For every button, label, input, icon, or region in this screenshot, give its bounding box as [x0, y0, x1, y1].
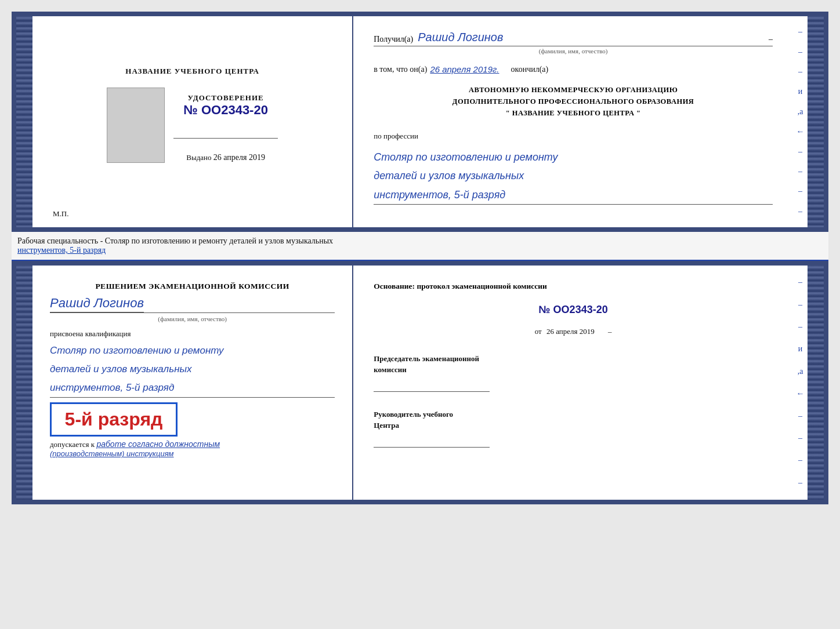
fio-hint-bottom: (фамилия, имя, отчество) — [50, 315, 335, 322]
basis-title: Основание: протокол экаменационной комис… — [374, 280, 773, 293]
top-center-title: НАЗВАНИЕ УЧЕБНОГО ЦЕНТРА — [125, 67, 259, 76]
top-left-panel: НАЗВАНИЕ УЧЕБНОГО ЦЕНТРА УДОСТОВЕРЕНИЕ №… — [32, 16, 353, 227]
allowed-label: допускается к — [50, 440, 95, 449]
bottom-right-decorations: – – – и ,а ← – – – – — [793, 266, 808, 500]
director-block: Руководитель учебного Центра — [374, 409, 773, 448]
specialty-text: Рабочая специальность - Столяр по изгото… — [12, 232, 828, 261]
qual-line1: Столяр по изготовлению и ремонту — [50, 341, 335, 360]
allowed-text: работе согласно должностным — [96, 439, 220, 449]
specialty-main: Рабочая специальность - Столяр по изгото… — [17, 237, 333, 245]
rank-badge: 5-й разряд — [50, 402, 178, 437]
handwritten-date: 26 апреля 2019г. — [430, 64, 499, 74]
issued-date: 26 апреля 2019 — [213, 153, 265, 162]
fio-hint-top: (фамилия, имя, отчество) — [374, 48, 773, 54]
photo-placeholder — [107, 88, 165, 163]
director-signature-line — [374, 436, 490, 448]
page-wrapper: НАЗВАНИЕ УЧЕБНОГО ЦЕНТРА УДОСТОВЕРЕНИЕ №… — [12, 12, 828, 504]
bottom-left-panel: Решением экаменационной комиссии Рашид Л… — [32, 266, 353, 500]
from-date: 26 апреля 2019 — [546, 327, 595, 336]
mp-line: М.П. — [53, 209, 68, 219]
prof-line1: Столяр по изготовлению и ремонту — [374, 148, 773, 166]
cert-label: УДОСТОВЕРЕНИЕ — [183, 93, 268, 103]
director-label: Руководитель учебного Центра — [374, 409, 773, 431]
decision-title: Решением экаменационной комиссии — [50, 280, 335, 293]
cert-number: № OO2343-20 — [183, 103, 268, 118]
org-line3: " НАЗВАНИЕ УЧЕБНОГО ЦЕНТРА " — [374, 107, 773, 119]
qual-label: присвоена квалификация — [50, 329, 335, 339]
date-line: в том, что он(а) 26 апреля 2019г. окончи… — [374, 64, 773, 74]
rank-badge-text: 5-й разряд — [60, 409, 167, 430]
protocol-number: № OO2343-20 — [374, 304, 773, 316]
from-line: от 26 апреля 2019 – — [374, 327, 773, 336]
cert-number-block: УДОСТОВЕРЕНИЕ № OO2343-20 — [183, 93, 268, 118]
prof-line3: инструментов, 5-й разряд — [374, 186, 773, 204]
allowed-text2: (производственным) инструкциям — [50, 449, 335, 458]
org-line1: АВТОНОМНУЮ НЕКОММЕРЧЕСКУЮ ОРГАНИЗАЦИЮ — [374, 84, 773, 96]
spine-left-bottom — [16, 266, 32, 500]
org-block: АВТОНОМНУЮ НЕКОММЕРЧЕСКУЮ ОРГАНИЗАЦИЮ ДО… — [374, 84, 773, 119]
chairman-signature-line — [374, 380, 490, 392]
top-right-decorations: – – – и ,а ← – – – – — [793, 16, 808, 227]
spine-right-bottom — [808, 266, 824, 500]
qual-block: Столяр по изготовлению и ремонту деталей… — [50, 341, 335, 398]
in-that-label: в том, что он(а) — [374, 65, 427, 74]
top-right-panel: Получил(а) Рашид Логинов – (фамилия, имя… — [353, 16, 793, 227]
from-label: от — [535, 327, 542, 336]
qual-line3: инструментов, 5-й разряд — [50, 379, 335, 397]
spine-left — [16, 16, 32, 227]
person-name: Рашид Логинов — [50, 296, 144, 312]
received-label: Получил(а) — [374, 35, 413, 44]
allowed-line: допускается к работе согласно должностны… — [50, 439, 335, 449]
bottom-document: Решением экаменационной комиссии Рашид Л… — [12, 261, 828, 504]
recipient-name: Рашид Логинов — [418, 31, 503, 44]
issued-label: Выдано — [186, 153, 211, 162]
finished-label: окончил(а) — [511, 65, 549, 74]
chairman-label: Председатель экаменационной комиссии — [374, 353, 773, 376]
profession-label: по профессии — [374, 132, 773, 141]
spine-right-top — [808, 16, 824, 227]
qual-line2: деталей и узлов музыкальных — [50, 360, 335, 379]
chairman-block: Председатель экаменационной комиссии — [374, 353, 773, 392]
org-line2: ДОПОЛНИТЕЛЬНОГО ПРОФЕССИОНАЛЬНОГО ОБРАЗО… — [374, 96, 773, 107]
specialty-underlined: инструментов, 5-й разряд — [17, 246, 106, 254]
issued-line: Выдано 26 апреля 2019 — [186, 153, 265, 162]
top-document: НАЗВАНИЕ УЧЕБНОГО ЦЕНТРА УДОСТОВЕРЕНИЕ №… — [12, 12, 828, 232]
prof-line2: деталей и узлов музыкальных — [374, 166, 773, 185]
profession-block: Столяр по изготовлению и ремонту деталей… — [374, 148, 773, 205]
bottom-right-panel: Основание: протокол экаменационной комис… — [353, 266, 793, 500]
